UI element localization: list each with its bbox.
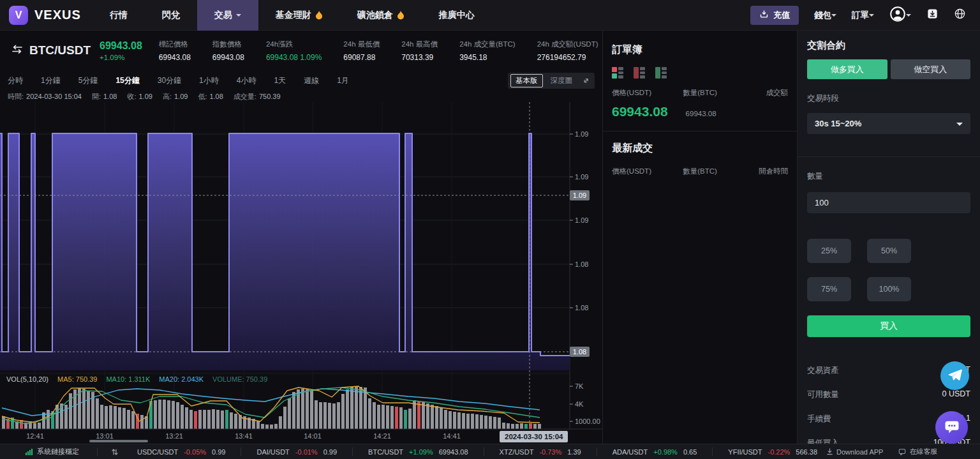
live-chat-button[interactable] — [935, 411, 968, 444]
ticker-pair-dai[interactable]: DAI/USDT-0.01%0.99 — [256, 448, 337, 456]
amount-label: 數量 — [807, 171, 970, 182]
telegram-button[interactable] — [940, 361, 969, 390]
ticker-pair-usdc[interactable]: USDC/USDT-0.05%0.99 — [137, 448, 225, 456]
col-open-time: 開倉時間 — [729, 167, 788, 176]
nav-item-label: 基金理財 — [276, 10, 311, 21]
period-label: 交易時段 — [807, 93, 970, 104]
ohlc-readout: 時間:2024-03-30 15:04開:1.08收:1.09高:1.09低:1… — [0, 91, 602, 102]
candlestick-chart[interactable]: 1.091.091.091.081.081.091.087K4K1000.001… — [0, 102, 602, 444]
pair-stats: 標記價格69943.08指數價格69943.0824h漲跌69943.08 1.… — [159, 40, 598, 62]
timeframe-4小時[interactable]: 4小時 — [237, 75, 256, 86]
tab-depth-view[interactable]: 深度圖 — [546, 74, 578, 87]
ticker-pair-price: 0.65 — [683, 448, 697, 456]
timeframe-分時[interactable]: 分時 — [8, 75, 23, 86]
orders-menu[interactable]: 訂單 — [852, 10, 874, 21]
crosshair-time-badge: 2024-03-30 15:04 — [500, 431, 568, 442]
nav-item-5[interactable]: 礦池鎖倉 — [340, 0, 422, 31]
percent-button-25[interactable]: 25% — [807, 239, 851, 263]
trades-columns: 價格(USDT) 數量(BTC) 開倉時間 — [612, 167, 788, 176]
percent-button-75[interactable]: 75% — [807, 277, 851, 301]
orderbook-view-both-icon[interactable] — [612, 67, 623, 79]
wallet-menu[interactable]: 錢包 — [814, 10, 836, 21]
timeframe-5分鐘[interactable]: 5分鐘 — [78, 75, 98, 86]
last-price: 69943.08 — [100, 40, 142, 52]
ticker-pair-name: DAI/USDT — [256, 448, 289, 456]
percent-button-50[interactable]: 50% — [867, 239, 911, 263]
timeframe-1月[interactable]: 1月 — [337, 75, 349, 86]
orderbook-title: 訂單簿 — [612, 43, 788, 57]
expand-chart-icon[interactable] — [580, 77, 592, 85]
top-navbar: V VEXUS 行情閃兌交易基金理財礦池鎖倉推廣中心 充值 錢包 訂單 — [0, 0, 980, 31]
period-value: 30s 15~20% — [815, 119, 861, 128]
account-menu[interactable] — [889, 6, 911, 24]
time-axis-label: 14:21 — [363, 432, 401, 440]
stat-value: 70313.39 — [401, 53, 438, 62]
orderbook-section: 訂單簿 價格(USDT) 數量(BTC) 成交額 — [603, 31, 798, 444]
timeframe-1天[interactable]: 1天 — [274, 75, 286, 86]
timeframe-1分鐘[interactable]: 1分鐘 — [41, 75, 61, 86]
info-label: 手續費 — [807, 414, 831, 425]
percent-button-100[interactable]: 100% — [867, 277, 911, 301]
legend-entry: MA10: 1.311K — [106, 375, 150, 383]
chart-canvas[interactable] — [0, 102, 603, 444]
timeframe-週線[interactable]: 週線 — [304, 75, 319, 86]
long-buy-button[interactable]: 做多買入 — [807, 59, 887, 79]
period-select[interactable]: 30s 15~20% — [807, 113, 970, 134]
nav-item-3[interactable]: 交易 — [197, 0, 258, 31]
download-box-icon — [926, 8, 939, 22]
pair-price-block: 69943.08 +1.09% — [100, 40, 142, 61]
buy-button[interactable]: 買入 — [807, 315, 970, 337]
sort-arrows-icon — [112, 448, 118, 456]
download-app-link[interactable]: Download APP — [826, 448, 883, 456]
ticker-pair-xtz[interactable]: XTZ/USDT-0.73%1.39 — [500, 448, 581, 456]
vexus-logo-icon: V — [9, 6, 28, 25]
language-selector[interactable] — [954, 8, 966, 22]
ohlc-field: 開:1.08 — [92, 92, 117, 102]
nav-item-2[interactable]: 閃兌 — [145, 0, 197, 31]
nav-item-6[interactable]: 推廣中心 — [422, 0, 492, 31]
ticker-pair-name: USDC/USDT — [137, 448, 178, 456]
ticker-pair-change: +1.09% — [409, 448, 433, 456]
ticker-pair-btc[interactable]: BTC/USDT+1.09%69943.08 — [368, 448, 468, 456]
nav-item-4[interactable]: 基金理財 — [258, 0, 340, 31]
orderbook-last-price-row: 69943.08 69943.08 — [612, 104, 788, 119]
bottom-ticker-bar: 系統鏈接穩定USDC/USDT-0.05%0.99DAI/USDT-0.01%0… — [0, 444, 980, 459]
ticker-pair-yfii[interactable]: YFII/USDT-0.22%566.38 — [728, 448, 817, 456]
brand-name: VEXUS — [34, 8, 81, 22]
nav-item-1[interactable]: 行情 — [93, 0, 145, 31]
amount-input[interactable] — [807, 192, 970, 213]
info-label: 最低買入 — [807, 438, 839, 444]
divider — [97, 448, 98, 456]
y-axis-label: 1.09 — [575, 130, 588, 138]
chart-scrollbar-thumb[interactable] — [89, 440, 148, 442]
recharge-button[interactable]: 充值 — [750, 6, 799, 25]
timeframe-30分鐘[interactable]: 30分鐘 — [158, 75, 181, 86]
info-label: 交易資產 — [807, 365, 839, 376]
signal-bars-icon — [26, 449, 33, 455]
tab-basic-view[interactable]: 基本版 — [510, 74, 543, 87]
chart-view-toggle: 基本版 深度圖 — [508, 73, 595, 89]
ticker-pair-change: +0.98% — [653, 448, 678, 456]
download-app-button[interactable] — [926, 8, 939, 22]
ohlc-field: 高:1.09 — [163, 92, 188, 102]
timeframe-1小時[interactable]: 1小時 — [199, 75, 219, 86]
y-axis-label: 1.09 — [575, 216, 588, 224]
brand[interactable]: V VEXUS — [0, 6, 93, 25]
pair-stat: 24h 最高價70313.39 — [401, 40, 438, 62]
orderbook-view-bids-icon[interactable] — [655, 67, 667, 79]
ohlc-field: 成交量:750.39 — [234, 92, 281, 102]
legend-entry: MA20: 2.043K — [159, 375, 204, 383]
swap-pair-icon[interactable] — [11, 45, 23, 57]
ticker-pair-ada[interactable]: ADA/USDT+0.98%0.65 — [612, 448, 697, 456]
online-support-label: 在線客服 — [909, 447, 937, 456]
stat-label: 24h 最低價 — [343, 40, 380, 49]
orderbook-view-asks-icon[interactable] — [634, 67, 645, 79]
time-axis-label: 13:41 — [225, 432, 263, 440]
telegram-icon — [947, 366, 963, 386]
ohlc-field: 低:1.08 — [198, 92, 223, 102]
deposit-icon — [759, 10, 769, 21]
online-support-link[interactable]: 在線客服 — [898, 447, 937, 456]
short-buy-button[interactable]: 做空買入 — [891, 59, 971, 79]
trading-app: V VEXUS 行情閃兌交易基金理財礦池鎖倉推廣中心 充值 錢包 訂單 — [0, 0, 980, 459]
timeframe-15分鐘[interactable]: 15分鐘 — [115, 75, 139, 86]
